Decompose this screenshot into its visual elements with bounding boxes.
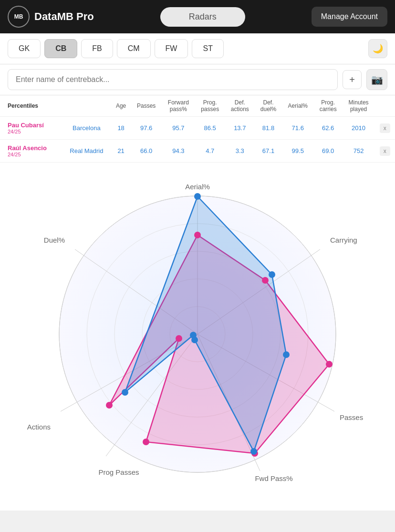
- p2-dot-passes: [283, 351, 290, 358]
- player1-fwd-pass: 95.7: [162, 117, 195, 140]
- col-prog-passes: Prog.passes: [195, 95, 225, 117]
- player1-prog-passes: 86.5: [195, 117, 225, 140]
- player2-name-cell: Raúl Asencio 24/25: [0, 140, 62, 163]
- tab-GK[interactable]: GK: [8, 39, 41, 58]
- search-input[interactable]: [8, 69, 338, 90]
- col-aerial: Aerial%: [282, 95, 314, 117]
- p1-dot-duel: [106, 402, 113, 409]
- label-defactions: Def Actions: [26, 423, 51, 431]
- label-carrying: Carrying: [330, 236, 357, 244]
- col-percentiles: Percentiles: [0, 95, 62, 117]
- nav-radars[interactable]: Radars: [160, 7, 245, 27]
- radar-svg: Aerial% Carrying Passes Fwd Pass% Prog P…: [26, 172, 369, 496]
- player2-aerial: 99.5: [282, 140, 314, 163]
- app-title: DataMB Pro: [34, 10, 94, 23]
- player2-season: 24/25: [8, 152, 59, 157]
- col-def-duel: Def.duel%: [255, 95, 282, 117]
- col-def-actions: Def.actions: [225, 95, 255, 117]
- player2-age: 21: [111, 140, 131, 163]
- add-player-button[interactable]: +: [343, 70, 362, 89]
- p2-dot-duel: [122, 389, 128, 396]
- p1-dot-defactions: [176, 335, 182, 342]
- player2-team: Real Madrid: [62, 140, 111, 163]
- radar-chart: Aerial% Carrying Passes Fwd Pass% Prog P…: [26, 172, 369, 496]
- header: MB DataMB Pro Radars Manage Account: [0, 0, 395, 33]
- logo-icon: MB: [8, 6, 30, 28]
- col-remove: [374, 95, 395, 117]
- table-row: Raúl Asencio 24/25 Real Madrid 21 66.0 9…: [0, 140, 395, 163]
- player1-age: 18: [111, 117, 131, 140]
- player2-prog-carries: 69.0: [314, 140, 343, 163]
- player2-def-actions: 3.3: [225, 140, 255, 163]
- tab-CB[interactable]: CB: [44, 39, 77, 58]
- player1-name: Pau Cubarsí: [8, 122, 59, 129]
- player1-prog-carries: 62.6: [314, 117, 343, 140]
- stats-table: Percentiles Age Passes Forwardpass% Prog…: [0, 95, 395, 163]
- label-passes: Passes: [340, 413, 363, 421]
- radar-section: Aerial% Carrying Passes Fwd Pass% Prog P…: [0, 163, 395, 511]
- col-minutes: Minutesplayed: [343, 95, 375, 117]
- tab-ST[interactable]: ST: [192, 39, 223, 58]
- tab-FW[interactable]: FW: [155, 39, 188, 58]
- label-progpasses: Prog Passes: [98, 468, 139, 476]
- col-team: [62, 95, 111, 117]
- player1-def-actions: 13.7: [225, 117, 255, 140]
- remove-player2-button[interactable]: x: [380, 146, 390, 156]
- player1-team: Barcelona: [62, 117, 111, 140]
- player1-def-duel: 81.8: [255, 117, 282, 140]
- table-row: Pau Cubarsí 24/25 Barcelona 18 97.6 95.7…: [0, 117, 395, 140]
- tab-CM[interactable]: CM: [117, 39, 151, 58]
- tab-FB[interactable]: FB: [81, 39, 113, 58]
- player1-name-cell: Pau Cubarsí 24/25: [0, 117, 62, 140]
- player1-passes: 97.6: [131, 117, 162, 140]
- player2-name: Raúl Asencio: [8, 144, 59, 152]
- p1-dot-carrying: [262, 277, 269, 284]
- player2-prog-passes: 4.7: [195, 140, 225, 163]
- col-age: Age: [111, 95, 131, 117]
- camera-button[interactable]: 📷: [366, 69, 387, 90]
- player2-passes: 66.0: [131, 140, 162, 163]
- player2-def-duel: 67.1: [255, 140, 282, 163]
- player2-remove-cell: x: [374, 140, 395, 163]
- position-tabs-bar: GK CB FB CM FW ST 🌙: [0, 33, 395, 64]
- dark-mode-button[interactable]: 🌙: [368, 39, 387, 58]
- col-passes: Passes: [131, 95, 162, 117]
- p1-dot-aerial: [194, 232, 201, 238]
- player1-season: 24/25: [8, 129, 59, 134]
- label-duel: Duel%: [44, 236, 65, 244]
- player1-minutes: 2010: [343, 117, 375, 140]
- player1-remove-cell: x: [374, 117, 395, 140]
- col-fwd-pass: Forwardpass%: [162, 95, 195, 117]
- player2-minutes: 752: [343, 140, 375, 163]
- p2-dot-aerial: [194, 193, 201, 200]
- p1-dot-passes: [326, 361, 333, 368]
- p2-dot-carrying: [269, 271, 275, 278]
- p1-dot-progpasses: [143, 439, 149, 445]
- logo-section: MB DataMB Pro: [8, 6, 94, 28]
- search-row: + 📷: [0, 64, 395, 95]
- label-fwdpass: Fwd Pass%: [255, 474, 292, 482]
- p2-dot-defactions: [190, 332, 197, 338]
- manage-account-button[interactable]: Manage Account: [312, 7, 387, 27]
- player1-aerial: 71.6: [282, 117, 314, 140]
- remove-player1-button[interactable]: x: [380, 123, 390, 133]
- col-prog-carries: Prog.carries: [314, 95, 343, 117]
- p2-dot-fwdpass: [250, 448, 257, 455]
- player2-fwd-pass: 94.3: [162, 140, 195, 163]
- label-aerial: Aerial%: [185, 183, 210, 191]
